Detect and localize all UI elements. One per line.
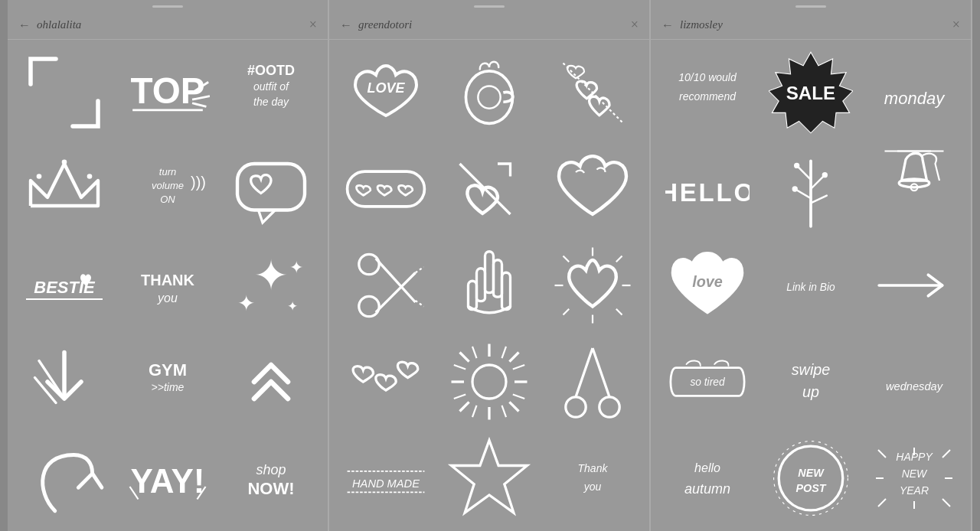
close-button-3[interactable]: × [952,17,960,33]
svg-point-92 [794,163,799,168]
svg-text:✦: ✦ [289,258,303,277]
svg-point-41 [358,296,378,316]
svg-line-117 [942,450,950,458]
sticker-happy-new-year[interactable]: HAPPY NEW YEAR [864,432,965,525]
svg-line-69 [472,406,477,417]
sticker-sparkles[interactable]: ✦ ✦ ✦ ✦ [221,239,322,332]
svg-text:the day: the day [253,96,289,108]
svg-text:hello: hello [694,461,720,474]
svg-point-35 [466,71,512,123]
header-left-3: ← lizmosley [662,18,723,32]
sticker-yay[interactable]: YAY! [117,432,217,525]
username-3: lizmosley [680,18,723,31]
sticker-fingers-crossed[interactable] [439,239,539,332]
sticker-swipe-up[interactable]: swipe up [760,335,861,428]
svg-text:swipe: swipe [792,361,831,378]
sticker-sunburst[interactable] [439,335,539,428]
sticker-hearts-arrow[interactable] [543,46,643,139]
svg-line-89 [811,175,825,189]
panel-lizmosley: ← lizmosley × 10/10 would recommend SALE… [651,0,972,531]
back-button-1[interactable]: ← [18,18,31,32]
close-button-2[interactable]: × [631,17,639,33]
sticker-hand-made[interactable]: HAND MADE [335,432,436,525]
svg-text:wednesday: wednesday [886,380,944,393]
svg-text:#OOTD: #OOTD [247,63,295,78]
svg-point-54 [472,365,506,399]
sticker-corner-bracket[interactable] [14,46,114,139]
close-button-1[interactable]: × [309,17,317,33]
sticker-branch-decor[interactable] [760,142,861,236]
svg-text:NEW: NEW [902,467,928,480]
svg-point-9 [61,160,67,165]
svg-text:Link in Bio: Link in Bio [786,282,835,293]
sticker-hello[interactable]: HELLO [657,142,757,236]
sticker-hello-autumn[interactable]: hello autumn [657,432,757,525]
svg-point-10 [87,174,92,179]
svg-text:✦: ✦ [237,292,255,315]
svg-text:turn: turn [159,166,176,178]
sticker-10-recommend[interactable]: 10/10 would recommend [657,46,757,139]
sticker-thank-you-script[interactable]: Thank you [543,432,643,525]
svg-text:YAY!: YAY! [130,462,204,500]
sticker-heart-bubble[interactable] [221,142,322,236]
svg-line-53 [616,309,622,315]
sticker-turn-volume-on[interactable]: turn volume ON ))) [117,142,217,236]
sticker-link-in-bio[interactable]: Link in Bio [760,239,861,332]
sticker-heart-arrow[interactable] [439,142,539,236]
svg-line-73 [576,348,593,397]
username-1: ohlalalita [37,18,81,31]
svg-line-45 [415,301,423,307]
svg-line-50 [564,256,570,262]
sticker-three-hearts-bubble[interactable] [335,142,436,236]
top-bar-line-2 [474,5,505,8]
svg-text:Thank: Thank [578,462,609,474]
sticker-hanging-bells[interactable] [864,142,965,236]
sticker-sale-starburst[interactable]: SALE [760,46,861,139]
sticker-wednesday[interactable]: wednesday [864,335,965,428]
sticker-scissors-bottom[interactable] [543,335,643,428]
sticker-grid-1: TOP #OOTD outfit of the day [8,40,328,531]
sticker-ootd[interactable]: #OOTD outfit of the day [221,46,322,139]
sticker-shop-now[interactable]: shop NOW! [221,432,322,525]
svg-point-72 [599,397,619,417]
sticker-coffee-cup[interactable] [439,46,539,139]
sticker-so-tired[interactable]: so tired [657,335,757,428]
sticker-crown[interactable] [14,142,114,236]
back-button-3[interactable]: ← [662,18,674,32]
header-3: ← lizmosley × [651,12,971,40]
sticker-curved-arrow[interactable] [14,432,114,525]
sticker-arrow-right[interactable] [864,239,965,332]
svg-text:YEAR: YEAR [900,484,929,497]
svg-line-66 [454,395,466,399]
panel-ohlalalita: ← ohlalalita × TOP #OOTD outfit of [8,0,329,531]
sticker-sunburst-heart[interactable] [543,239,643,332]
sticker-sketchy-heart[interactable] [543,142,643,236]
sticker-love-cloud[interactable]: LOVE [335,46,436,139]
svg-line-122 [942,499,950,507]
svg-line-61 [459,402,469,411]
sticker-grid-2: LOVE [329,40,649,531]
svg-point-36 [478,86,500,108]
sticker-thank-you[interactable]: THANK you [117,239,217,332]
sticker-arrows-down[interactable] [14,335,114,428]
sticker-love-heart-big[interactable]: love [657,239,757,332]
sticker-top-text[interactable]: TOP [117,46,217,139]
svg-text:autumn: autumn [684,481,730,497]
svg-text:ON: ON [160,194,175,205]
sticker-starburst[interactable] [439,432,539,525]
sticker-gym-time[interactable]: GYM >>time [117,335,217,428]
svg-line-62 [509,402,518,411]
svg-text:✦: ✦ [253,252,289,299]
sticker-monday[interactable]: monday [864,46,965,139]
sticker-bestie[interactable]: BESTIE [14,239,114,332]
svg-line-88 [797,165,811,179]
sticker-chevrons-up[interactable] [221,335,322,428]
sticker-new-post[interactable]: NEW POST [760,432,861,525]
svg-text:you: you [583,481,602,493]
back-button-2[interactable]: ← [340,18,352,32]
sticker-small-hearts[interactable] [335,335,436,428]
top-bar-2 [329,0,649,12]
sticker-scissors-left[interactable] [335,239,436,332]
svg-text:LOVE: LOVE [367,80,405,96]
svg-line-63 [472,347,477,358]
